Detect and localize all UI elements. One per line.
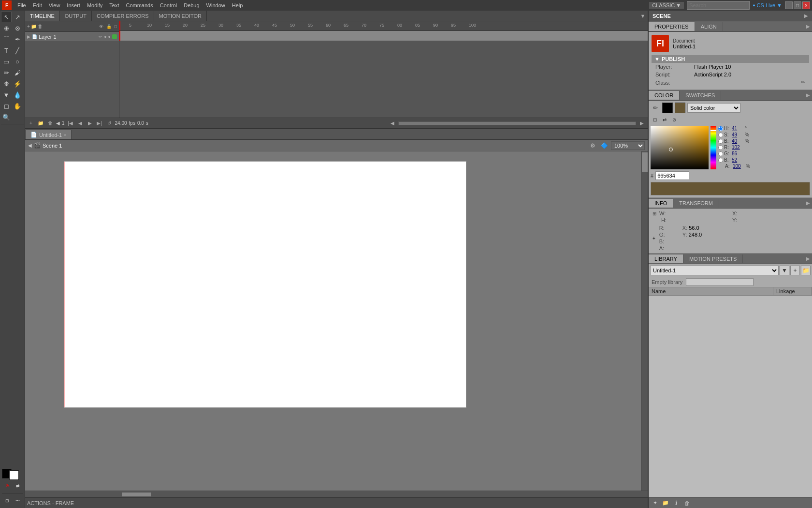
layer-visibility-icon[interactable]: ● (104, 34, 106, 39)
menu-edit[interactable]: Edit (30, 1, 45, 9)
color-expand-icon[interactable]: ▶ (806, 92, 810, 98)
tool-eyedropper[interactable]: 💧 (12, 90, 23, 100)
add-layer-icon[interactable]: + (27, 24, 30, 29)
info-expand-icon[interactable]: ▶ (806, 200, 810, 206)
tool-bone[interactable]: ⚡ (12, 78, 23, 89)
menu-modify[interactable]: Modify (84, 1, 105, 9)
color-none-icon[interactable]: ⊘ (670, 115, 679, 124)
menu-insert[interactable]: Insert (64, 1, 83, 9)
tool-arrow[interactable]: ↖ (1, 12, 12, 22)
lib-btn-new-symbol[interactable]: ✦ (651, 499, 659, 508)
layer-name[interactable]: Layer 1 (39, 34, 97, 40)
tool-zoom[interactable]: 🔍 (1, 112, 12, 122)
mode-badge[interactable]: CLASSIC ▼ (649, 2, 684, 9)
tab-info[interactable]: INFO (649, 199, 673, 208)
lib-btn-new-folder[interactable]: 📁 (661, 499, 670, 508)
tl-btn-delete[interactable]: 🗑 (46, 120, 54, 127)
color-gradient-box[interactable] (651, 126, 709, 169)
menu-help[interactable]: Help (229, 1, 246, 9)
lib-expand-icon[interactable]: ▶ (806, 256, 810, 261)
cs-live-button[interactable]: ● CS Live ▼ (753, 2, 782, 8)
tool-oval[interactable]: ○ (12, 56, 23, 67)
layer-lock2-icon[interactable]: ● (108, 34, 111, 39)
tool-lasso[interactable]: ⌒ (1, 34, 12, 45)
tool-line[interactable]: ╱ (12, 45, 23, 56)
maximize-button[interactable]: □ (794, 1, 801, 9)
tool-swap-colors[interactable]: ⇄ (13, 480, 23, 491)
canvas-tab-untitled[interactable]: 📄 Untitled-1 × (25, 130, 72, 139)
tool-pen[interactable]: ✒ (12, 34, 23, 45)
menu-text[interactable]: Text (106, 1, 122, 9)
lib-search-input[interactable] (686, 278, 754, 286)
tool-subselect[interactable]: ↗ (12, 12, 23, 22)
color-swatch-stroke[interactable] (662, 103, 673, 113)
tool-smooth[interactable]: 〜 (13, 495, 23, 506)
tool-rect[interactable]: ▭ (1, 56, 12, 67)
tl-btn-scroll-right[interactable]: ▶ (638, 120, 646, 127)
canvas-3d-icon[interactable]: 🔷 (599, 141, 609, 150)
layer-pencil-icon[interactable]: ✏ (99, 34, 102, 39)
fill-color[interactable] (9, 470, 19, 480)
tl-btn-prev[interactable]: ◀ (76, 120, 84, 127)
menu-window[interactable]: Window (203, 1, 228, 9)
lib-btn-delete[interactable]: 🗑 (682, 499, 691, 508)
menu-view[interactable]: View (46, 1, 63, 9)
tl-btn-new-layer[interactable]: + (27, 120, 35, 127)
tl-btn-next[interactable]: ▶| (96, 120, 103, 127)
layer-lock-icon[interactable]: 🔒 (106, 24, 112, 29)
canvas-scrollbar-h[interactable] (25, 491, 648, 497)
menu-control[interactable]: Control (157, 1, 180, 9)
stage[interactable] (64, 161, 466, 408)
props-expand-icon[interactable]: ▶ (806, 24, 810, 29)
hue-strip[interactable] (710, 126, 716, 169)
color-type-select[interactable]: Solid color (687, 103, 740, 113)
tl-btn-play[interactable]: ▶ (86, 120, 94, 127)
tool-snap[interactable]: ⊡ (2, 495, 12, 506)
bri-radio[interactable] (718, 139, 723, 144)
canvas-scrollbar-h-thumb[interactable] (122, 493, 151, 496)
hue-radio[interactable] (718, 126, 723, 131)
playhead-marker[interactable] (119, 21, 120, 31)
tab-library[interactable]: LIBRARY (649, 254, 683, 263)
tool-eraser[interactable]: ◻ (1, 101, 12, 111)
tl-btn-scroll-left[interactable]: ◀ (389, 120, 396, 127)
menu-file[interactable]: File (14, 1, 29, 9)
canvas-scrollbar-v[interactable] (641, 151, 648, 491)
color-reset-icon[interactable]: ⊡ (651, 115, 659, 124)
tool-gradient-transform[interactable]: ⊗ (12, 23, 23, 33)
tool-free-transform[interactable]: ⊕ (1, 23, 12, 33)
tab-swatches[interactable]: SWATCHES (680, 91, 721, 100)
tab-output[interactable]: OUTPUT (60, 11, 92, 21)
minimize-button[interactable]: _ (785, 1, 793, 9)
tool-pencil[interactable]: ✏ (1, 67, 12, 78)
red-radio[interactable] (718, 145, 723, 150)
tl-btn-folder[interactable]: 📁 (37, 120, 44, 127)
tab-timeline[interactable]: TIMELINE (25, 11, 60, 21)
tool-hand[interactable]: ✋ (12, 101, 23, 111)
canvas-settings-icon[interactable]: ⚙ (588, 141, 597, 150)
add-folder-icon[interactable]: 📁 (31, 24, 37, 29)
tab-compiler-errors[interactable]: COMPILER ERRORS (92, 11, 154, 21)
layer-eye-icon[interactable]: 👁 (99, 24, 103, 29)
timeline-collapse-icon[interactable]: ▼ (639, 12, 647, 20)
tool-stroke-none[interactable]: ⊘ (2, 480, 12, 491)
tab-transform[interactable]: TRANSFORM (673, 199, 719, 208)
lib-btn-options[interactable]: ▼ (780, 266, 789, 275)
tool-text[interactable]: T (1, 45, 12, 56)
frame-cells[interactable] (119, 31, 648, 41)
tab-motion-editor[interactable]: MOTION EDITOR (154, 11, 207, 21)
delete-layer-icon[interactable]: 🗑 (38, 24, 43, 29)
zoom-select[interactable]: 100% (611, 141, 645, 150)
tab-align[interactable]: ALIGN (695, 22, 723, 31)
lib-btn-properties[interactable]: ℹ (672, 499, 681, 508)
hex-input[interactable] (655, 171, 689, 180)
scene-expand-icon[interactable]: ▶ (804, 13, 808, 18)
canvas-viewport[interactable] (25, 151, 648, 491)
tl-btn-first[interactable]: |◀ (67, 120, 74, 127)
tool-paint-bucket[interactable]: ▼ (1, 90, 12, 100)
menu-commands[interactable]: Commands (123, 1, 156, 9)
tab-properties[interactable]: PROPERTIES (649, 22, 695, 31)
color-swap-icon[interactable]: ⇄ (660, 115, 669, 124)
menu-debug[interactable]: Debug (181, 1, 202, 9)
layer-outline-icon[interactable]: □ (115, 24, 117, 29)
